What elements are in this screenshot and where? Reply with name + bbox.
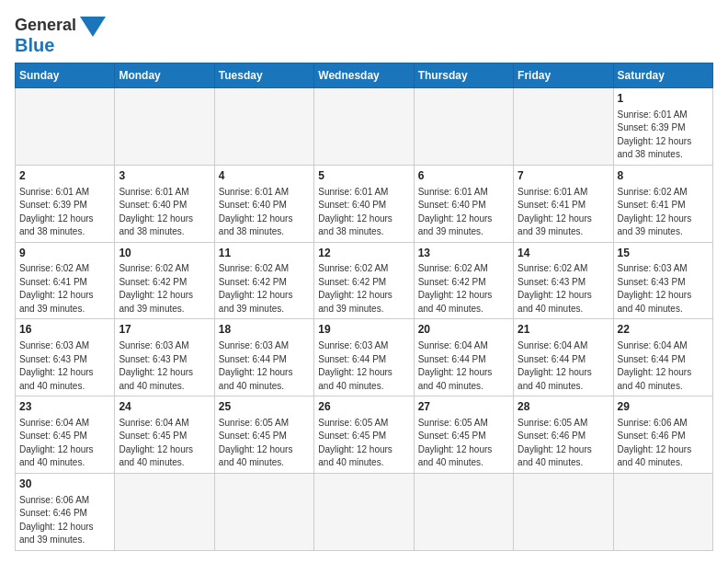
- calendar-cell: 15Sunrise: 6:03 AM Sunset: 6:43 PM Dayli…: [613, 242, 712, 319]
- weekday-header-thursday: Thursday: [414, 63, 513, 88]
- calendar-table: SundayMondayTuesdayWednesdayThursdayFrid…: [15, 63, 713, 551]
- weekday-header-tuesday: Tuesday: [214, 63, 313, 88]
- calendar-cell: 26Sunrise: 6:05 AM Sunset: 6:45 PM Dayli…: [314, 396, 414, 474]
- week-row-3: 16Sunrise: 6:03 AM Sunset: 6:43 PM Dayli…: [16, 319, 713, 396]
- weekday-header-row: SundayMondayTuesdayWednesdayThursdayFrid…: [16, 63, 713, 88]
- day-number: 14: [518, 246, 609, 261]
- calendar-cell: 4Sunrise: 6:01 AM Sunset: 6:40 PM Daylig…: [214, 165, 313, 242]
- day-number: 22: [618, 322, 709, 338]
- day-number: 1: [618, 91, 709, 107]
- day-info: Sunrise: 6:03 AM Sunset: 6:44 PM Dayligh…: [318, 339, 409, 393]
- calendar-cell: 22Sunrise: 6:04 AM Sunset: 6:44 PM Dayli…: [613, 319, 712, 396]
- calendar-cell: 18Sunrise: 6:03 AM Sunset: 6:44 PM Dayli…: [214, 319, 313, 396]
- weekday-header-wednesday: Wednesday: [314, 63, 414, 88]
- calendar-cell: [214, 473, 313, 550]
- day-info: Sunrise: 6:02 AM Sunset: 6:41 PM Dayligh…: [618, 186, 709, 239]
- day-info: Sunrise: 6:02 AM Sunset: 6:43 PM Dayligh…: [518, 262, 609, 316]
- day-info: Sunrise: 6:04 AM Sunset: 6:44 PM Dayligh…: [418, 339, 509, 393]
- day-info: Sunrise: 6:01 AM Sunset: 6:39 PM Dayligh…: [19, 186, 110, 239]
- day-info: Sunrise: 6:03 AM Sunset: 6:44 PM Dayligh…: [219, 339, 310, 393]
- calendar-cell: 11Sunrise: 6:02 AM Sunset: 6:42 PM Dayli…: [214, 242, 313, 319]
- calendar-cell: [214, 88, 313, 166]
- calendar-cell: 27Sunrise: 6:05 AM Sunset: 6:45 PM Dayli…: [414, 396, 513, 474]
- page-header: General Blue: [15, 15, 713, 55]
- calendar-cell: 23Sunrise: 6:04 AM Sunset: 6:45 PM Dayli…: [16, 396, 115, 474]
- calendar-cell: [16, 88, 115, 166]
- logo-blue-text: Blue: [15, 35, 54, 55]
- day-number: 18: [219, 322, 310, 338]
- day-number: 27: [418, 399, 509, 415]
- day-info: Sunrise: 6:01 AM Sunset: 6:40 PM Dayligh…: [418, 186, 509, 239]
- calendar-cell: [314, 473, 414, 550]
- day-info: Sunrise: 6:02 AM Sunset: 6:42 PM Dayligh…: [318, 262, 409, 316]
- day-info: Sunrise: 6:04 AM Sunset: 6:45 PM Dayligh…: [119, 417, 210, 470]
- weekday-header-friday: Friday: [514, 63, 613, 88]
- calendar-cell: [414, 473, 513, 550]
- day-info: Sunrise: 6:03 AM Sunset: 6:43 PM Dayligh…: [19, 339, 110, 393]
- day-info: Sunrise: 6:01 AM Sunset: 6:40 PM Dayligh…: [119, 186, 210, 239]
- calendar-cell: [314, 88, 414, 166]
- week-row-1: 2Sunrise: 6:01 AM Sunset: 6:39 PM Daylig…: [16, 165, 713, 242]
- calendar-cell: [613, 473, 712, 550]
- calendar-cell: 17Sunrise: 6:03 AM Sunset: 6:43 PM Dayli…: [115, 319, 214, 396]
- day-number: 15: [618, 246, 709, 261]
- day-info: Sunrise: 6:01 AM Sunset: 6:39 PM Dayligh…: [618, 109, 709, 162]
- day-number: 23: [19, 399, 110, 415]
- day-info: Sunrise: 6:05 AM Sunset: 6:45 PM Dayligh…: [219, 417, 310, 470]
- day-number: 6: [418, 168, 509, 184]
- weekday-header-monday: Monday: [115, 63, 214, 88]
- weekday-header-saturday: Saturday: [613, 63, 712, 88]
- day-info: Sunrise: 6:02 AM Sunset: 6:42 PM Dayligh…: [219, 262, 310, 316]
- calendar-cell: 19Sunrise: 6:03 AM Sunset: 6:44 PM Dayli…: [314, 319, 414, 396]
- day-info: Sunrise: 6:05 AM Sunset: 6:45 PM Dayligh…: [418, 417, 509, 470]
- day-number: 12: [318, 246, 409, 261]
- day-info: Sunrise: 6:05 AM Sunset: 6:46 PM Dayligh…: [518, 417, 609, 470]
- day-info: Sunrise: 6:01 AM Sunset: 6:40 PM Dayligh…: [318, 186, 409, 239]
- day-number: 24: [119, 399, 210, 415]
- calendar-cell: 14Sunrise: 6:02 AM Sunset: 6:43 PM Dayli…: [514, 242, 613, 319]
- calendar-cell: 10Sunrise: 6:02 AM Sunset: 6:42 PM Dayli…: [115, 242, 214, 319]
- calendar-cell: [115, 473, 214, 550]
- day-number: 8: [618, 168, 709, 184]
- day-info: Sunrise: 6:03 AM Sunset: 6:43 PM Dayligh…: [618, 262, 709, 316]
- day-number: 4: [219, 168, 310, 184]
- calendar-cell: 29Sunrise: 6:06 AM Sunset: 6:46 PM Dayli…: [613, 396, 712, 474]
- calendar-cell: 13Sunrise: 6:02 AM Sunset: 6:42 PM Dayli…: [414, 242, 513, 319]
- week-row-0: 1Sunrise: 6:01 AM Sunset: 6:39 PM Daylig…: [16, 88, 713, 166]
- day-number: 11: [219, 246, 310, 261]
- day-number: 2: [19, 168, 110, 184]
- day-number: 20: [418, 322, 509, 338]
- calendar-cell: 6Sunrise: 6:01 AM Sunset: 6:40 PM Daylig…: [414, 165, 513, 242]
- calendar-cell: 2Sunrise: 6:01 AM Sunset: 6:39 PM Daylig…: [16, 165, 115, 242]
- calendar-cell: 24Sunrise: 6:04 AM Sunset: 6:45 PM Dayli…: [115, 396, 214, 474]
- calendar-cell: 30Sunrise: 6:06 AM Sunset: 6:46 PM Dayli…: [16, 473, 115, 550]
- day-number: 17: [119, 322, 210, 338]
- day-info: Sunrise: 6:03 AM Sunset: 6:43 PM Dayligh…: [119, 339, 210, 393]
- day-number: 29: [618, 399, 709, 415]
- day-info: Sunrise: 6:01 AM Sunset: 6:40 PM Dayligh…: [219, 186, 310, 239]
- day-info: Sunrise: 6:04 AM Sunset: 6:44 PM Dayligh…: [518, 339, 609, 393]
- day-info: Sunrise: 6:05 AM Sunset: 6:45 PM Dayligh…: [318, 417, 409, 470]
- day-number: 3: [119, 168, 210, 184]
- calendar-cell: 1Sunrise: 6:01 AM Sunset: 6:39 PM Daylig…: [613, 88, 712, 166]
- day-info: Sunrise: 6:04 AM Sunset: 6:44 PM Dayligh…: [618, 339, 709, 393]
- calendar-cell: 3Sunrise: 6:01 AM Sunset: 6:40 PM Daylig…: [115, 165, 214, 242]
- calendar-cell: 8Sunrise: 6:02 AM Sunset: 6:41 PM Daylig…: [613, 165, 712, 242]
- calendar-cell: 7Sunrise: 6:01 AM Sunset: 6:41 PM Daylig…: [514, 165, 613, 242]
- day-info: Sunrise: 6:06 AM Sunset: 6:46 PM Dayligh…: [19, 494, 110, 547]
- week-row-2: 9Sunrise: 6:02 AM Sunset: 6:41 PM Daylig…: [16, 242, 713, 319]
- day-info: Sunrise: 6:02 AM Sunset: 6:41 PM Dayligh…: [19, 262, 110, 316]
- calendar-cell: 5Sunrise: 6:01 AM Sunset: 6:40 PM Daylig…: [314, 165, 414, 242]
- logo-text: General: [15, 17, 76, 35]
- day-info: Sunrise: 6:02 AM Sunset: 6:42 PM Dayligh…: [119, 262, 210, 316]
- day-info: Sunrise: 6:02 AM Sunset: 6:42 PM Dayligh…: [418, 262, 509, 316]
- day-number: 9: [19, 246, 110, 261]
- week-row-4: 23Sunrise: 6:04 AM Sunset: 6:45 PM Dayli…: [16, 396, 713, 474]
- calendar-cell: [115, 88, 214, 166]
- day-number: 19: [318, 322, 409, 338]
- day-number: 21: [518, 322, 609, 338]
- calendar-cell: 16Sunrise: 6:03 AM Sunset: 6:43 PM Dayli…: [16, 319, 115, 396]
- calendar-cell: [514, 473, 613, 550]
- week-row-5: 30Sunrise: 6:06 AM Sunset: 6:46 PM Dayli…: [16, 473, 713, 550]
- calendar-cell: 12Sunrise: 6:02 AM Sunset: 6:42 PM Dayli…: [314, 242, 414, 319]
